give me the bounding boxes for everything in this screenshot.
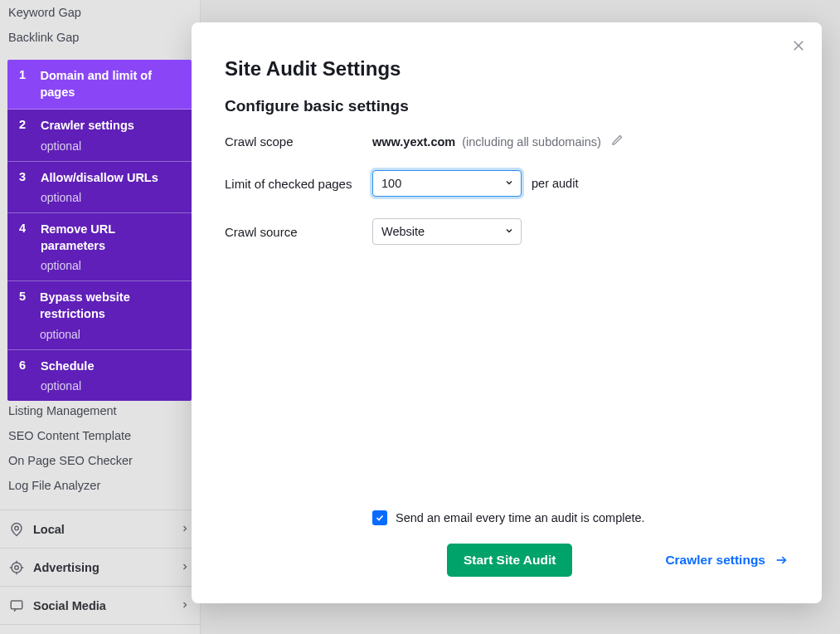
chevron-down-icon (504, 225, 514, 238)
modal-title: Site Audit Settings (225, 57, 789, 80)
start-site-audit-button[interactable]: Start Site Audit (447, 544, 572, 577)
email-notify-label: Send an email every time an audit is com… (396, 511, 645, 524)
close-icon (791, 38, 806, 53)
wizard-step-number: 6 (19, 358, 27, 393)
close-button[interactable] (787, 34, 810, 57)
site-audit-settings-modal: Site Audit Settings Configure basic sett… (192, 22, 822, 603)
wizard-step-number: 5 (19, 290, 27, 340)
email-notify-checkbox[interactable] (372, 510, 387, 525)
limit-suffix: per audit (532, 177, 578, 190)
wizard-step-optional: optional (41, 191, 158, 204)
wizard-step-title: Remove URL parameters (41, 222, 182, 254)
wizard-step-3[interactable]: 3Allow/disallow URLsoptional (7, 162, 192, 214)
limit-select[interactable]: 100 (372, 170, 522, 197)
wizard-step-number: 2 (19, 118, 27, 153)
wizard-step-6[interactable]: 6Scheduleoptional (7, 350, 192, 402)
pencil-icon (611, 134, 624, 146)
crawl-source-label: Crawl source (225, 225, 372, 239)
wizard-step-title: Bypass website restrictions (40, 290, 182, 322)
wizard-steps: 1Domain and limit of pages2Crawler setti… (7, 60, 192, 401)
wizard-step-1[interactable]: 1Domain and limit of pages (7, 60, 192, 110)
crawl-source-select[interactable]: Website (372, 218, 522, 245)
check-icon (375, 513, 385, 523)
wizard-step-number: 3 (19, 170, 27, 205)
wizard-step-optional: optional (41, 379, 94, 393)
wizard-step-number: 4 (19, 222, 27, 272)
limit-value: 100 (381, 177, 401, 190)
wizard-step-optional: optional (40, 328, 182, 341)
wizard-step-title: Domain and limit of pages (40, 68, 182, 100)
crawl-source-value: Website (381, 225, 425, 238)
wizard-step-title: Allow/disallow URLs (41, 170, 158, 187)
modal-subtitle: Configure basic settings (225, 97, 789, 115)
crawl-scope-label: Crawl scope (225, 134, 372, 149)
wizard-step-2[interactable]: 2Crawler settingsoptional (7, 110, 192, 162)
edit-scope-button[interactable] (611, 134, 624, 146)
limit-label: Limit of checked pages (225, 177, 372, 191)
wizard-step-number: 1 (19, 68, 27, 100)
wizard-step-title: Crawler settings (41, 118, 134, 134)
wizard-step-optional: optional (41, 139, 134, 153)
wizard-step-5[interactable]: 5Bypass website restrictionsoptional (7, 281, 192, 349)
crawler-settings-link-label: Crawler settings (665, 553, 765, 568)
chevron-down-icon (504, 177, 514, 190)
wizard-step-4[interactable]: 4Remove URL parametersoptional (7, 213, 192, 281)
crawl-scope-value: www.yext.com (including all subdomains) (372, 134, 624, 149)
crawler-settings-link[interactable]: Crawler settings (665, 553, 789, 568)
wizard-step-optional: optional (41, 259, 182, 272)
wizard-step-title: Schedule (41, 358, 94, 375)
arrow-right-icon (774, 554, 789, 567)
